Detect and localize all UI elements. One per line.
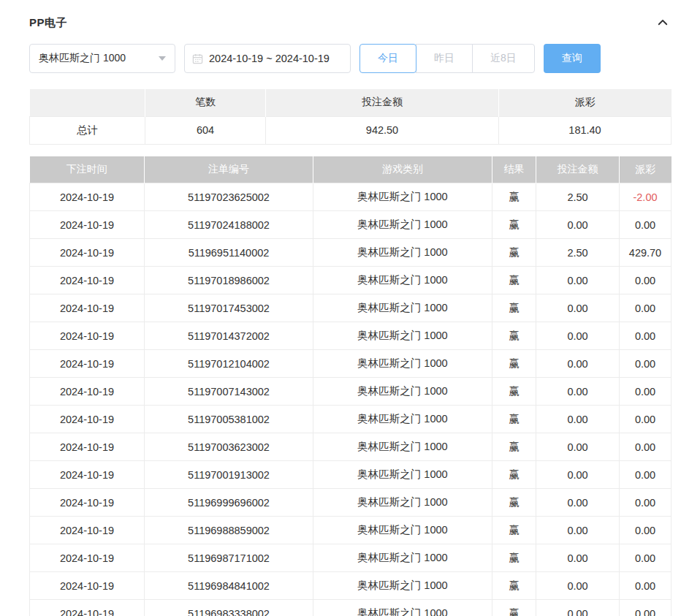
cell-bet-amount: 2.50 xyxy=(536,183,620,211)
cell-game-category: 奥林匹斯之门 1000 xyxy=(313,517,492,544)
table-row: 2024-10-1951197023625002奥林匹斯之门 1000赢2.50… xyxy=(30,183,672,211)
cell-bet-amount: 0.00 xyxy=(536,489,620,517)
quick-range-today-button[interactable]: 今日 xyxy=(359,44,416,73)
cell-bet-amount: 0.00 xyxy=(536,294,620,322)
quick-range-yesterday-button[interactable]: 昨日 xyxy=(416,44,473,73)
cell-bet-time: 2024-10-19 xyxy=(30,378,145,406)
cell-result: 赢 xyxy=(492,406,536,433)
quick-range-group: 今日 昨日 近8日 xyxy=(359,44,535,73)
cell-game-category: 奥林匹斯之门 1000 xyxy=(313,183,492,211)
table-row: 2024-10-1951197012104002奥林匹斯之门 1000赢0.00… xyxy=(30,350,672,378)
cell-payout: 0.00 xyxy=(620,350,672,378)
game-select[interactable]: 奥林匹斯之门 1000 xyxy=(29,44,175,73)
header-bet-time: 下注时间 xyxy=(30,156,145,183)
date-range-input[interactable]: 2024-10-19 ~ 2024-10-19 xyxy=(184,44,351,73)
cell-game-category: 奥林匹斯之门 1000 xyxy=(313,600,492,616)
cell-bet-amount: 0.00 xyxy=(536,378,620,406)
cell-bet-id: 51196951140002 xyxy=(145,239,313,267)
cell-bet-time: 2024-10-19 xyxy=(30,267,145,294)
cell-result: 赢 xyxy=(492,600,536,616)
cell-bet-time: 2024-10-19 xyxy=(30,433,145,461)
cell-game-category: 奥林匹斯之门 1000 xyxy=(313,378,492,406)
cell-payout: 0.00 xyxy=(620,517,672,544)
cell-result: 赢 xyxy=(492,294,536,322)
cell-result: 赢 xyxy=(492,461,536,489)
cell-bet-amount: 0.00 xyxy=(536,350,620,378)
cell-bet-amount: 0.00 xyxy=(536,517,620,544)
search-button[interactable]: 查询 xyxy=(544,44,601,73)
cell-bet-amount: 2.50 xyxy=(536,239,620,267)
cell-bet-id: 51197018986002 xyxy=(145,267,313,294)
cell-result: 赢 xyxy=(492,378,536,406)
cell-bet-amount: 0.00 xyxy=(536,600,620,616)
cell-payout: 0.00 xyxy=(620,433,672,461)
cell-bet-time: 2024-10-19 xyxy=(30,322,145,350)
cell-game-category: 奥林匹斯之门 1000 xyxy=(313,211,492,239)
cell-result: 赢 xyxy=(492,322,536,350)
table-row: 2024-10-1951197024188002奥林匹斯之门 1000赢0.00… xyxy=(30,211,672,239)
table-row: 2024-10-1951197003623002奥林匹斯之门 1000赢0.00… xyxy=(30,433,672,461)
cell-result: 赢 xyxy=(492,572,536,600)
date-range-value: 2024-10-19 ~ 2024-10-19 xyxy=(209,53,330,64)
cell-bet-time: 2024-10-19 xyxy=(30,461,145,489)
table-row: 2024-10-1951196988859002奥林匹斯之门 1000赢0.00… xyxy=(30,517,672,544)
cell-game-category: 奥林匹斯之门 1000 xyxy=(313,267,492,294)
cell-bet-amount: 0.00 xyxy=(536,572,620,600)
summary-total-row: 总计 604 942.50 181.40 xyxy=(30,116,672,144)
summary-header-row: 笔数 投注金额 派彩 xyxy=(30,89,672,116)
cell-payout: 0.00 xyxy=(620,461,672,489)
cell-bet-amount: 0.00 xyxy=(536,544,620,572)
header-bet-amount: 投注金额 xyxy=(536,156,620,183)
cell-bet-id: 51197001913002 xyxy=(145,461,313,489)
table-row: 2024-10-1951196999696002奥林匹斯之门 1000赢0.00… xyxy=(30,489,672,517)
summary-header-count: 笔数 xyxy=(145,89,266,116)
cell-bet-id: 51196983338002 xyxy=(145,600,313,616)
cell-payout: 0.00 xyxy=(620,267,672,294)
cell-game-category: 奥林匹斯之门 1000 xyxy=(313,572,492,600)
panel-title-row: PP电子 xyxy=(29,15,671,31)
cell-bet-id: 51196988859002 xyxy=(145,517,313,544)
cell-payout: -2.00 xyxy=(620,183,672,211)
table-row: 2024-10-1951197018986002奥林匹斯之门 1000赢0.00… xyxy=(30,267,672,294)
cell-bet-id: 51197024188002 xyxy=(145,211,313,239)
cell-bet-id: 51197017453002 xyxy=(145,294,313,322)
chevron-down-icon xyxy=(159,56,166,61)
cell-game-category: 奥林匹斯之门 1000 xyxy=(313,406,492,433)
bet-records-table: 下注时间 注单编号 游戏类别 结果 投注金额 派彩 2024-10-195119… xyxy=(29,156,672,616)
table-row: 2024-10-1951197007143002奥林匹斯之门 1000赢0.00… xyxy=(30,378,672,406)
summary-header-bet-amount: 投注金额 xyxy=(266,89,499,116)
table-row: 2024-10-1951196951140002奥林匹斯之门 1000赢2.50… xyxy=(30,239,672,267)
cell-bet-amount: 0.00 xyxy=(536,433,620,461)
table-row: 2024-10-1951196984841002奥林匹斯之门 1000赢0.00… xyxy=(30,572,672,600)
table-row: 2024-10-1951197014372002奥林匹斯之门 1000赢0.00… xyxy=(30,322,672,350)
cell-game-category: 奥林匹斯之门 1000 xyxy=(313,433,492,461)
cell-result: 赢 xyxy=(492,211,536,239)
cell-bet-amount: 0.00 xyxy=(536,267,620,294)
cell-game-category: 奥林匹斯之门 1000 xyxy=(313,461,492,489)
cell-bet-time: 2024-10-19 xyxy=(30,544,145,572)
cell-bet-id: 51196984841002 xyxy=(145,572,313,600)
cell-bet-id: 51197007143002 xyxy=(145,378,313,406)
cell-bet-amount: 0.00 xyxy=(536,406,620,433)
cell-result: 赢 xyxy=(492,489,536,517)
cell-bet-id: 51196987171002 xyxy=(145,544,313,572)
game-select-value: 奥林匹斯之门 1000 xyxy=(39,52,126,65)
cell-bet-time: 2024-10-19 xyxy=(30,183,145,211)
collapse-panel-button[interactable] xyxy=(655,15,671,31)
summary-header-payout: 派彩 xyxy=(499,89,672,116)
cell-bet-id: 51197023625002 xyxy=(145,183,313,211)
summary-total-label: 总计 xyxy=(30,116,145,144)
cell-payout: 0.00 xyxy=(620,544,672,572)
cell-bet-id: 51197014372002 xyxy=(145,322,313,350)
cell-bet-time: 2024-10-19 xyxy=(30,211,145,239)
table-row: 2024-10-1951196983338002奥林匹斯之门 1000赢0.00… xyxy=(30,600,672,616)
cell-result: 赢 xyxy=(492,183,536,211)
quick-range-last8days-button[interactable]: 近8日 xyxy=(472,44,535,73)
cell-bet-time: 2024-10-19 xyxy=(30,489,145,517)
cell-bet-time: 2024-10-19 xyxy=(30,239,145,267)
table-row: 2024-10-1951197005381002奥林匹斯之门 1000赢0.00… xyxy=(30,406,672,433)
cell-bet-time: 2024-10-19 xyxy=(30,600,145,616)
cell-bet-time: 2024-10-19 xyxy=(30,350,145,378)
cell-bet-amount: 0.00 xyxy=(536,322,620,350)
cell-payout: 0.00 xyxy=(620,378,672,406)
